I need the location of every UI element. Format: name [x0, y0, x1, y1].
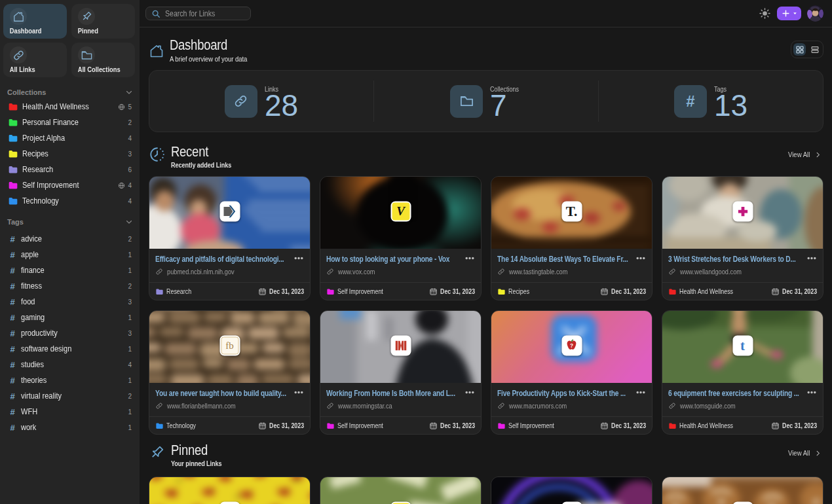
- svg-text:?: ?: [570, 342, 573, 349]
